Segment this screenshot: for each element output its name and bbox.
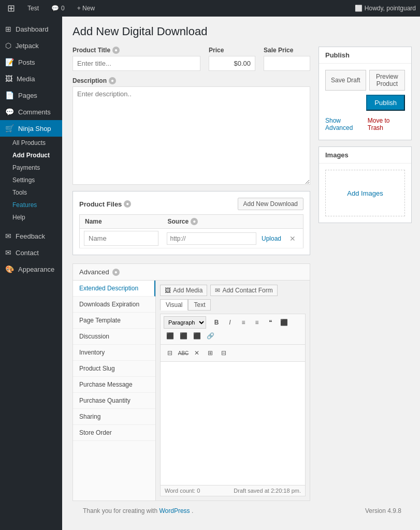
sub-label: Payments: [12, 164, 40, 171]
price-field-group: Price: [209, 47, 255, 71]
add-contact-form-button[interactable]: ✉ Add Contact Form: [210, 285, 277, 296]
publish-button[interactable]: Publish: [366, 95, 405, 111]
show-advanced-link[interactable]: Show Advanced: [325, 117, 368, 131]
admin-bar-wp-icon[interactable]: ⊞: [4, 0, 18, 17]
admin-bar-new[interactable]: + New: [74, 0, 98, 17]
sidebar-sub-payments[interactable]: Payments: [5, 161, 62, 174]
price-input[interactable]: [209, 56, 255, 71]
greeting: Howdy, pointguard: [365, 5, 416, 12]
sidebar-sub-add-product[interactable]: Add Product: [5, 149, 62, 161]
comments-count: 0: [61, 5, 65, 12]
adv-tab-product-slug[interactable]: Product Slug: [73, 361, 155, 377]
description-textarea[interactable]: [73, 86, 310, 185]
sale-price-input[interactable]: [264, 56, 310, 71]
adv-tab-extended-description[interactable]: Extended Description: [73, 281, 155, 297]
sidebar-item-media[interactable]: 🖼 Media: [0, 70, 62, 87]
sub-label: Tools: [12, 189, 27, 196]
images-widget: Images Add Images: [318, 146, 412, 223]
product-title-input[interactable]: [73, 56, 200, 71]
sidebar-item-jetpack[interactable]: ⬡ Jetpack: [0, 37, 62, 54]
adv-tab-purchase-quantity[interactable]: Purchase Quantity: [73, 393, 155, 409]
paragraph-select[interactable]: Paragraph: [164, 316, 206, 329]
description-help[interactable]: ●: [109, 77, 116, 84]
adv-tab-page-template[interactable]: Page Template: [73, 313, 155, 329]
sidebar-item-contact[interactable]: ✉ Contact: [0, 244, 62, 261]
advanced-tabs: Extended Description Downloads Expiratio…: [73, 281, 156, 500]
sidebar-item-label: Jetpack: [16, 42, 39, 50]
sidebar-sub-help[interactable]: Help: [5, 211, 62, 224]
toolbar2-btn3[interactable]: ✕: [191, 347, 203, 359]
adv-tab-store-order[interactable]: Store Order: [73, 425, 155, 441]
adv-tab-purchase-message[interactable]: Purchase Message: [73, 377, 155, 393]
sidebar-item-appearance[interactable]: 🎨 Appearance: [0, 261, 62, 277]
adv-tab-inventory[interactable]: Inventory: [73, 345, 155, 361]
align-center-button[interactable]: ⬛: [164, 330, 176, 342]
sale-price-label: Sale Price: [264, 47, 310, 54]
add-new-download-button[interactable]: Add New Download: [238, 198, 303, 210]
add-images-area[interactable]: Add Images: [325, 170, 405, 216]
admin-bar-comments[interactable]: 💬 0: [48, 0, 68, 17]
bold-button[interactable]: B: [210, 316, 223, 329]
ordered-list-button[interactable]: ≡: [251, 316, 263, 329]
italic-button[interactable]: I: [224, 316, 236, 329]
editor-top-toolbar: 🖼 Add Media ✉ Add Contact Form: [160, 285, 306, 311]
save-draft-button[interactable]: Save Draft: [325, 70, 366, 91]
title-price-row: Product Title ● Price Sale Price: [73, 47, 310, 71]
add-media-button[interactable]: 🖼 Add Media: [160, 285, 207, 296]
unordered-list-button[interactable]: ≡: [237, 316, 250, 329]
upload-button[interactable]: Upload: [258, 234, 284, 243]
file-name-input[interactable]: [84, 231, 158, 246]
blockquote-button[interactable]: ❝: [264, 316, 277, 329]
sidebar-sub-settings[interactable]: Settings: [5, 174, 62, 186]
toolbar2-btn1[interactable]: ⊟: [164, 347, 176, 359]
sidebar-item-label: Posts: [18, 58, 35, 66]
toolbar2-btn4[interactable]: ⊞: [204, 347, 216, 359]
align-justify-button[interactable]: ⬛: [191, 330, 203, 342]
editor-area[interactable]: [160, 361, 306, 485]
adv-tab-discussion[interactable]: Discussion: [73, 329, 155, 345]
file-url-input[interactable]: [167, 232, 256, 245]
admin-bar-right: ⬜ Howdy, pointguard: [355, 5, 416, 12]
wordpress-link[interactable]: WordPress: [159, 507, 191, 514]
preview-product-button[interactable]: Preview Product: [369, 70, 405, 91]
editor-toolbar-row1: Paragraph B I ≡ ≡ ❝ ⬛ ⬛ ⬛: [160, 314, 306, 344]
sidebar-sub-all-products[interactable]: All Products: [5, 137, 62, 149]
sidebar-item-dashboard[interactable]: ⊞ Dashboard: [0, 21, 62, 37]
admin-bar-site-name[interactable]: Test: [24, 0, 42, 17]
publish-widget-body: Save Draft Preview Product Publish: [319, 64, 411, 140]
sidebar-sub-tools[interactable]: Tools: [5, 186, 62, 199]
sidebar-item-pages[interactable]: 📄 Pages: [0, 87, 62, 104]
align-left-button[interactable]: ⬛: [278, 316, 290, 329]
title-help[interactable]: ●: [112, 47, 120, 54]
dashboard-icon: ⊞: [5, 25, 11, 33]
toolbar2-btn2[interactable]: ABC: [177, 347, 190, 359]
advanced-toggle[interactable]: Advanced ●: [73, 264, 310, 281]
toolbar2-btn5[interactable]: ⊟: [218, 347, 230, 359]
sidebar-item-posts[interactable]: 📝 Posts: [0, 54, 62, 70]
advanced-help[interactable]: ●: [112, 269, 120, 276]
sidebar-item-comments[interactable]: 💬 Comments: [0, 104, 62, 120]
source-help[interactable]: ●: [191, 218, 198, 225]
version-text: Version 4.9.8: [365, 507, 401, 514]
move-to-trash-link[interactable]: Move to Trash: [368, 117, 405, 131]
text-tab[interactable]: Text: [188, 299, 211, 311]
sidebar-item-label: Dashboard: [16, 25, 49, 33]
comment-icon: 💬: [51, 5, 59, 12]
sidebar-item-feedback[interactable]: ✉ Feedback: [0, 228, 62, 244]
files-help[interactable]: ●: [124, 200, 131, 208]
sidebar-item-ninja-shop[interactable]: 🛒 Ninja Shop: [0, 120, 62, 137]
adv-tab-downloads-expiration[interactable]: Downloads Expiration: [73, 297, 155, 313]
feedback-icon: ✉: [5, 232, 11, 240]
align-right-button[interactable]: ⬛: [177, 330, 190, 342]
link-row: Show Advanced Move to Trash: [325, 115, 405, 134]
page-title: Add New Digital Download: [73, 25, 412, 38]
product-files-metabox: Product Files ● Add New Download Name: [73, 191, 310, 255]
adv-tab-sharing[interactable]: Sharing: [73, 409, 155, 425]
sub-label: Features: [12, 201, 37, 209]
delete-file-button[interactable]: ✕: [286, 233, 299, 244]
sub-label: Settings: [12, 176, 35, 184]
comments-icon: 💬: [5, 108, 14, 116]
sidebar-sub-features[interactable]: Features: [5, 199, 62, 211]
visual-tab[interactable]: Visual: [160, 299, 188, 311]
link-button[interactable]: 🔗: [204, 330, 216, 342]
